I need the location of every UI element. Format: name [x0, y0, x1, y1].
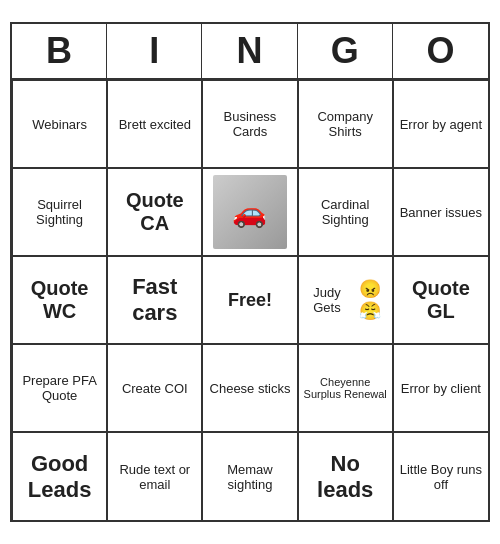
bingo-cell-r1c1: Webinars	[12, 80, 107, 168]
bingo-cell-r4c1: Prepare PFA Quote	[12, 344, 107, 432]
bingo-header: BINGO	[12, 24, 488, 80]
bingo-cell-r5c2: Rude text or email	[107, 432, 202, 520]
bingo-cell-r4c4: Cheyenne Surplus Renewal	[298, 344, 393, 432]
photo-thumbnail	[213, 175, 287, 249]
bingo-letter-i: I	[107, 24, 202, 78]
bingo-cell-r3c3: Free!	[202, 256, 297, 344]
bingo-cell-r3c2: Fast cars	[107, 256, 202, 344]
bingo-cell-r4c5: Error by client	[393, 344, 488, 432]
bingo-cell-r2c1: Squirrel Sighting	[12, 168, 107, 256]
bingo-cell-r1c5: Error by agent	[393, 80, 488, 168]
bingo-cell-r5c3: Memaw sighting	[202, 432, 297, 520]
bingo-cell-r3c4: Judy Gets😠😤	[298, 256, 393, 344]
bingo-cell-r4c3: Cheese sticks	[202, 344, 297, 432]
bingo-cell-r3c1: Quote WC	[12, 256, 107, 344]
bingo-cell-r5c4: No leads	[298, 432, 393, 520]
bingo-cell-r2c5: Banner issues	[393, 168, 488, 256]
bingo-letter-b: B	[12, 24, 107, 78]
bingo-cell-r1c2: Brett excited	[107, 80, 202, 168]
bingo-cell-r3c5: Quote GL	[393, 256, 488, 344]
bingo-cell-r2c3	[202, 168, 297, 256]
bingo-cell-r1c4: Company Shirts	[298, 80, 393, 168]
bingo-cell-r2c4: Cardinal Sighting	[298, 168, 393, 256]
bingo-cell-r1c3: Business Cards	[202, 80, 297, 168]
bingo-cell-r5c1: Good Leads	[12, 432, 107, 520]
bingo-cell-r5c5: Little Boy runs off	[393, 432, 488, 520]
bingo-cell-r4c2: Create COI	[107, 344, 202, 432]
bingo-card: BINGO WebinarsBrett excitedBusiness Card…	[10, 22, 490, 522]
bingo-letter-n: N	[202, 24, 297, 78]
bingo-grid: WebinarsBrett excitedBusiness CardsCompa…	[12, 80, 488, 520]
bingo-letter-o: O	[393, 24, 488, 78]
bingo-letter-g: G	[298, 24, 393, 78]
bingo-cell-r2c2: Quote CA	[107, 168, 202, 256]
